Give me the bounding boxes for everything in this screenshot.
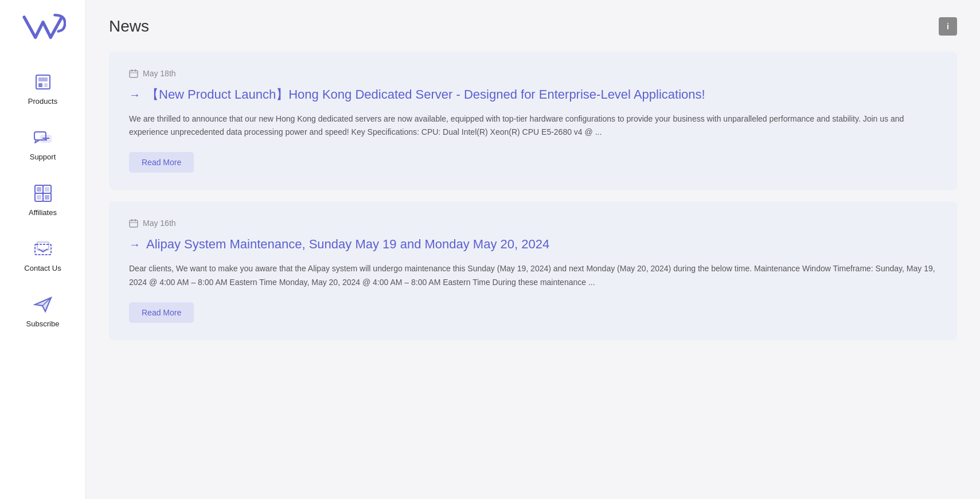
products-label: Products [28, 97, 57, 106]
affiliates-label: Affiliates [29, 208, 57, 217]
news-card-2: May 16th → Alipay System Maintenance, Su… [109, 201, 957, 340]
main-content: News i May 18th → 【New Product Launch】Ho… [86, 0, 980, 499]
svg-rect-2 [38, 83, 42, 87]
support-icon [32, 126, 54, 149]
news-date-1: May 18th [129, 69, 937, 78]
calendar-icon-2 [129, 219, 138, 228]
sidebar: Products Support [0, 0, 86, 499]
svg-rect-0 [36, 75, 50, 89]
sidebar-item-support[interactable]: Support [0, 116, 85, 171]
news-card-1: May 18th → 【New Product Launch】Hong Kong… [109, 52, 957, 190]
news-title-1: → 【New Product Launch】Hong Kong Dedicate… [129, 86, 937, 103]
subscribe-icon [32, 293, 54, 316]
support-label: Support [30, 153, 56, 161]
page-header: News i [109, 17, 957, 36]
sidebar-item-contact[interactable]: Contact Us [0, 227, 85, 283]
news-date-2: May 16th [129, 219, 937, 228]
svg-rect-1 [38, 77, 48, 81]
svg-rect-14 [37, 195, 41, 200]
calendar-icon-1 [129, 69, 138, 78]
subscribe-label: Subscribe [26, 319, 60, 328]
products-icon [32, 71, 54, 93]
news-title-2: → Alipay System Maintenance, Sunday May … [129, 236, 937, 253]
contact-label: Contact Us [24, 264, 61, 272]
news-excerpt-2: Dear clients, We want to make you aware … [129, 262, 937, 290]
arrow-icon-2: → [129, 237, 140, 252]
info-button[interactable]: i [939, 17, 957, 36]
svg-rect-15 [45, 195, 49, 200]
page-title: News [109, 17, 149, 36]
svg-rect-3 [44, 83, 48, 87]
sidebar-item-affiliates[interactable]: Affiliates [0, 171, 85, 227]
sidebar-item-products[interactable]: Products [0, 60, 85, 116]
affiliates-icon [32, 182, 54, 205]
read-more-button-1[interactable]: Read More [129, 152, 194, 173]
svg-rect-23 [130, 220, 138, 227]
logo[interactable] [20, 11, 66, 43]
svg-rect-19 [130, 71, 138, 77]
arrow-icon-1: → [129, 87, 140, 103]
svg-rect-13 [45, 187, 49, 192]
sidebar-item-subscribe[interactable]: Subscribe [0, 283, 85, 338]
svg-rect-12 [37, 187, 41, 192]
news-excerpt-1: We are thrilled to announce that our new… [129, 112, 937, 140]
contact-icon [32, 237, 54, 260]
read-more-button-2[interactable]: Read More [129, 302, 194, 323]
